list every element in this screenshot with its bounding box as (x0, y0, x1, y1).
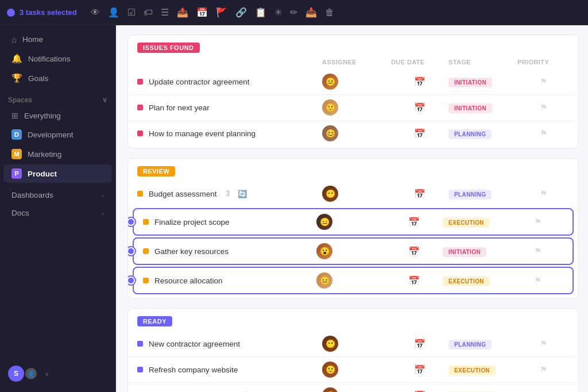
priority-cell: ⚑ (517, 102, 569, 113)
goals-icon: 🏆 (11, 73, 22, 83)
priority-cell: ⚑ (517, 76, 569, 87)
stage-cell: EXECUTION (443, 217, 512, 228)
task-name: Finalize project scope (143, 218, 316, 226)
assignee-cell: 🙂 (322, 99, 391, 116)
selection-count-label: 3 tasks selected (20, 8, 77, 17)
bullet-icon (137, 130, 143, 136)
calendar-icon: 📅 (408, 246, 420, 257)
dashboards-label: Dashboards (11, 191, 53, 199)
bullet-icon (137, 79, 143, 84)
sidebar-item-development[interactable]: D Development (3, 125, 112, 144)
section-header-issues: ISSUES FOUND (128, 35, 578, 57)
row-selector-inner (128, 278, 134, 283)
development-space-icon: D (11, 129, 22, 140)
priority-flag-icon: ⚑ (540, 76, 547, 87)
sidebar-item-product[interactable]: P Product (3, 164, 112, 183)
table-row[interactable]: Plan for next year 🙂 📅 INITIATION ⚑ (128, 94, 578, 120)
docs-chevron-icon: › (102, 210, 104, 217)
avatar: 🙂 (322, 362, 338, 378)
due-date-cell: 📅 (385, 275, 443, 286)
calendar-icon: 📅 (408, 217, 420, 228)
sidebar-home-label: Home (22, 35, 43, 44)
table-row[interactable]: Gather key resources 😮 📅 INITIATION (134, 239, 572, 264)
sidebar-item-goals[interactable]: 🏆 Goals (3, 69, 112, 87)
bullet-icon (143, 219, 149, 225)
refresh-icon: 🔄 (238, 190, 247, 198)
calendar-icon: 📅 (414, 189, 425, 199)
stage-badge: EXECUTION (448, 366, 496, 375)
avatar: 😶 (322, 336, 338, 352)
table-row[interactable]: Update key objectives 5 📎 🙂 📅 EXECUTION (128, 382, 578, 392)
sidebar-item-everything[interactable]: ⊞ Everything (3, 107, 112, 124)
table-row[interactable]: Update contractor agreement 😐 📅 INITIATI… (128, 69, 578, 94)
link-icon[interactable]: 🔗 (235, 7, 247, 18)
edit-icon[interactable]: ✏ (290, 7, 297, 18)
bullet-icon (137, 367, 143, 372)
stage-badge: PLANNING (448, 129, 492, 139)
assignee-cell: 😐 (316, 272, 385, 289)
task-name: Refresh company website (137, 366, 322, 374)
stage-badge: INITIATION (443, 247, 486, 257)
due-date-cell: 📅 (391, 339, 448, 349)
priority-flag-icon: ⚑ (540, 364, 547, 375)
task-text: Finalize project scope (154, 218, 230, 226)
task-count-badge: 3 (226, 190, 230, 198)
list-icon[interactable]: ☰ (161, 7, 169, 18)
content-area: ISSUES FOUND ASSIGNEE DUE DATE STAGE PRI… (116, 25, 588, 392)
col-stage: STAGE (448, 59, 517, 66)
user-avatar-secondary: 👤 (24, 367, 38, 381)
priority-flag-icon: ⚑ (534, 275, 541, 286)
inbox-icon[interactable]: 📥 (305, 7, 317, 18)
sidebar-development-label: Development (28, 130, 74, 139)
sidebar-item-docs[interactable]: Docs › (3, 205, 112, 221)
bullet-icon (143, 278, 149, 283)
assign-icon[interactable]: 👤 (108, 7, 119, 18)
table-row[interactable]: Finalize project scope 😑 📅 EXECUTION (134, 209, 572, 235)
table-row[interactable]: Refresh company website 🙂 📅 EXECUTION (128, 356, 578, 382)
calendar-icon[interactable]: 📅 (196, 7, 208, 18)
copy-icon[interactable]: 📋 (255, 7, 266, 18)
tag-icon[interactable]: 🏷 (144, 7, 153, 18)
export-icon[interactable]: 📤 (177, 7, 188, 18)
table-row[interactable]: Resource allocation 😐 📅 EXECUTION (134, 268, 572, 293)
calendar-icon: 📅 (414, 102, 425, 113)
calendar-icon: 📅 (414, 128, 425, 139)
selected-row-wrapper: Finalize project scope 😑 📅 EXECUTION (133, 208, 574, 236)
avatar: 🙂 (322, 387, 338, 392)
assignee-cell: 😑 (316, 214, 385, 230)
table-row[interactable]: How to manage event planning 😊 📅 PLANNIN… (128, 120, 578, 146)
priority-flag-icon: ⚑ (534, 246, 541, 256)
star-icon[interactable]: ✳ (274, 7, 282, 18)
content-inner: ISSUES FOUND ASSIGNEE DUE DATE STAGE PRI… (116, 25, 588, 392)
sidebar-item-notifications[interactable]: 🔔 Notifications (3, 49, 112, 68)
sidebar-item-dashboards[interactable]: Dashboards › (3, 187, 112, 203)
task-text: Budget assessment (149, 190, 217, 198)
grid-icon: ⊞ (11, 111, 18, 120)
stage-cell: INITIATION (448, 102, 517, 113)
topbar: 3 tasks selected 👁 👤 ☑ 🏷 ☰ 📤 📅 🚩 🔗 📋 ✳ ✏… (0, 0, 588, 25)
user-menu-chevron-icon[interactable]: ∨ (45, 371, 49, 377)
assignee-cell: 😊 (322, 125, 391, 141)
avatar: 😶 (322, 186, 338, 202)
dashboards-chevron-icon: › (102, 192, 104, 199)
task-name: Budget assessment 3 🔄 (137, 190, 322, 198)
sidebar-item-marketing[interactable]: M Marketing (3, 145, 112, 163)
home-icon: ⌂ (11, 34, 17, 44)
sidebar-item-home[interactable]: ⌂ Home (3, 30, 112, 48)
assignee-cell: 😐 (322, 74, 391, 90)
assignee-cell: 😶 (322, 336, 391, 352)
avatar: 😐 (316, 272, 332, 289)
flag-icon[interactable]: 🚩 (216, 7, 227, 18)
tasks-body-issues: Update contractor agreement 😐 📅 INITIATI… (128, 69, 578, 148)
check-icon[interactable]: ☑ (127, 7, 136, 18)
avatar: 😊 (322, 125, 338, 141)
selected-row-wrapper: Resource allocation 😐 📅 EXECUTION (133, 267, 574, 294)
table-row[interactable]: Budget assessment 3 🔄 😶 📅 PLANNING (128, 181, 578, 206)
task-name: Gather key resources (143, 247, 316, 256)
section-issues-found: ISSUES FOUND ASSIGNEE DUE DATE STAGE PRI… (127, 34, 579, 149)
spaces-chevron-icon[interactable]: ∨ (102, 96, 107, 104)
sidebar-notifications-label: Notifications (28, 55, 71, 63)
table-row[interactable]: New contractor agreement 😶 📅 PLANNING (128, 331, 578, 356)
eye-icon[interactable]: 👁 (91, 7, 100, 18)
delete-icon[interactable]: 🗑 (325, 7, 334, 18)
